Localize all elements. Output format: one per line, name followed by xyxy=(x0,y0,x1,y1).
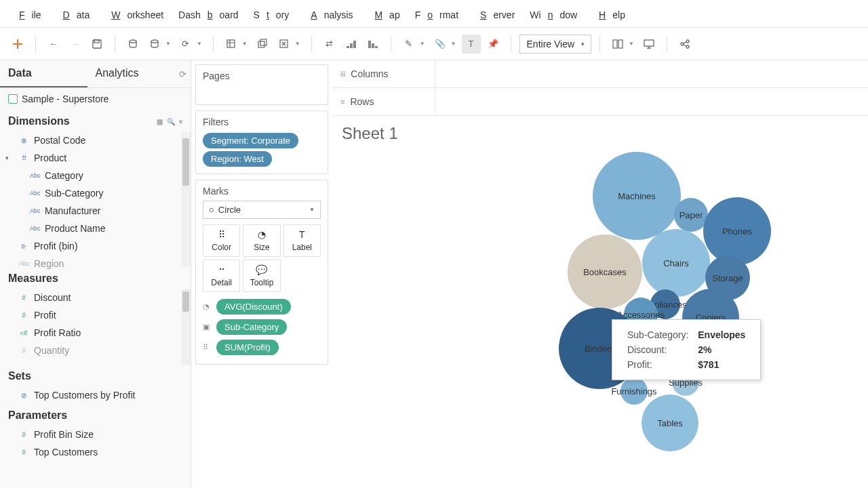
dim-product-name[interactable]: AbcProduct Name xyxy=(0,220,191,237)
label-shelf-icon: ▣ xyxy=(203,323,212,331)
mark-tooltip-button[interactable]: 💬Tooltip xyxy=(243,260,280,292)
shelf-pill-avg-discount[interactable]: AVG(Discount) xyxy=(216,299,291,314)
bubble-bookcases[interactable]: Bookcases xyxy=(568,235,642,309)
filters-card[interactable]: Filters Segment: Corporate Region: West xyxy=(195,110,328,174)
measure-quantity[interactable]: #Quantity xyxy=(0,342,191,359)
tab-analytics[interactable]: Analytics xyxy=(87,60,175,87)
refresh-icon[interactable]: ⟳ xyxy=(176,35,195,54)
forward-icon[interactable]: → xyxy=(66,35,85,54)
menu-story[interactable]: Story xyxy=(247,7,296,23)
svg-point-2 xyxy=(130,40,136,43)
svg-point-3 xyxy=(151,40,158,43)
pause-data-icon[interactable] xyxy=(145,35,164,54)
param-top-customers[interactable]: #Top Customers xyxy=(0,443,191,461)
menu-analysis[interactable]: Analysis xyxy=(297,7,359,23)
show-cards-icon[interactable] xyxy=(608,35,627,54)
menu-bar: File Data Worksheet Dashboard Story Anal… xyxy=(0,3,868,28)
data-panel: Data Analytics ⟳ Sample - Superstore Dim… xyxy=(0,60,191,487)
new-worksheet-icon[interactable] xyxy=(222,35,241,54)
dim-manufacturer[interactable]: AbcManufacturer xyxy=(0,202,191,220)
datasource-icon xyxy=(8,94,18,104)
svg-rect-15 xyxy=(618,40,623,48)
mark-detail-button[interactable]: ⠒Detail xyxy=(203,260,240,292)
presentation-icon[interactable] xyxy=(639,35,658,54)
svg-rect-14 xyxy=(613,40,617,48)
mark-color-button[interactable]: ⠿Color xyxy=(203,224,240,257)
svg-rect-12 xyxy=(372,43,374,48)
bubble-machines[interactable]: Machines xyxy=(593,152,681,240)
menu-help[interactable]: Help xyxy=(585,7,632,23)
menu-worksheet[interactable]: Worksheet xyxy=(98,7,170,23)
svg-rect-8 xyxy=(347,46,349,48)
dim-region[interactable]: AbcRegion xyxy=(0,255,191,272)
measure-profit-ratio[interactable]: ≈#Profit Ratio xyxy=(0,324,191,342)
shelf-pill-sum-profit[interactable]: SUM(Profit) xyxy=(216,340,279,355)
view-grid-icon[interactable]: ▦ xyxy=(157,118,163,125)
columns-shelf[interactable] xyxy=(435,60,868,87)
fit-select[interactable]: Entire View xyxy=(519,35,592,54)
datasource-item[interactable]: Sample - Superstore xyxy=(0,88,191,110)
measures-scrollbar[interactable] xyxy=(181,289,191,365)
mark-size-button[interactable]: ◔Size xyxy=(243,224,280,257)
clear-icon[interactable] xyxy=(275,35,294,54)
measure-profit[interactable]: #Profit xyxy=(0,306,191,324)
bubble-tables[interactable]: Tables xyxy=(642,394,698,451)
menu-file[interactable]: File xyxy=(5,7,48,23)
sort-asc-icon[interactable] xyxy=(342,35,361,54)
bubble-furnishings[interactable]: Furnishings xyxy=(620,378,648,405)
dim-product[interactable]: ▾⠿Product xyxy=(0,149,191,167)
set-top-customers[interactable]: ⊘Top Customers by Profit xyxy=(0,386,191,404)
param-profit-bin-size[interactable]: #Profit Bin Size xyxy=(0,426,191,443)
back-icon[interactable]: ← xyxy=(44,35,63,54)
menu-map[interactable]: Map xyxy=(361,7,406,23)
menu-data[interactable]: Data xyxy=(50,7,97,23)
duplicate-icon[interactable] xyxy=(253,35,272,54)
share-icon[interactable] xyxy=(675,35,694,54)
filter-pill-region[interactable]: Region: West xyxy=(203,151,272,167)
menu-window[interactable]: Window xyxy=(523,7,584,23)
pages-card[interactable]: Pages xyxy=(195,64,328,105)
bubble-chart[interactable]: MachinesPaperPhonesBookcasesChairsStorag… xyxy=(430,148,810,447)
dim-sub-category[interactable]: AbcSub-Category xyxy=(0,184,191,202)
group-icon[interactable]: 📎 xyxy=(431,35,450,54)
mark-label-button[interactable]: TLabel xyxy=(283,224,321,257)
pin-icon[interactable]: 📌 xyxy=(484,35,502,54)
search-icon[interactable]: 🔍 xyxy=(167,118,175,125)
menu-server[interactable]: Server xyxy=(467,7,521,23)
sheet-title[interactable]: Sheet 1 xyxy=(342,124,859,143)
new-datasource-icon[interactable] xyxy=(123,35,142,54)
dim-profit-bin[interactable]: ⊪Profit (bin) xyxy=(0,237,191,255)
dim-category[interactable]: AbcCategory xyxy=(0,167,191,184)
svg-rect-4 xyxy=(227,40,235,47)
menu-dashboard[interactable]: Dashboard xyxy=(172,7,245,23)
tableau-logo-icon[interactable] xyxy=(8,35,27,54)
rows-shelf-label: ≡Rows xyxy=(332,88,435,115)
swap-icon[interactable]: ⇄ xyxy=(320,35,339,54)
show-labels-icon[interactable]: T xyxy=(462,35,481,54)
svg-rect-16 xyxy=(644,40,654,46)
measure-discount[interactable]: #Discount xyxy=(0,289,191,306)
panel-refresh-icon[interactable]: ⟳ xyxy=(174,60,191,87)
marks-card: Marks ○Circle ⠿Color ◔Size TLabel ⠒Detai… xyxy=(195,180,328,365)
sort-desc-icon[interactable] xyxy=(363,35,382,54)
tab-data[interactable]: Data xyxy=(0,60,87,87)
svg-point-19 xyxy=(686,45,689,48)
shelf-pill-sub-category[interactable]: Sub-Category xyxy=(216,319,287,335)
rows-shelf[interactable] xyxy=(435,88,868,115)
bubble-chairs[interactable]: Chairs xyxy=(642,229,710,297)
dimensions-scrollbar[interactable] xyxy=(181,131,191,267)
mark-type-select[interactable]: ○Circle xyxy=(203,201,321,219)
svg-rect-10 xyxy=(353,41,356,48)
svg-rect-6 xyxy=(260,39,267,45)
filter-pill-segment[interactable]: Segment: Corporate xyxy=(203,133,298,148)
parameters-header: Parameters xyxy=(0,404,191,426)
highlight-icon[interactable]: ✎ xyxy=(399,35,418,54)
dimensions-header: Dimensions ▦🔍▾ xyxy=(0,110,191,131)
bubble-phones[interactable]: Phones xyxy=(703,197,771,265)
color-shelf-icon: ⠿ xyxy=(203,343,212,352)
svg-rect-1 xyxy=(94,40,99,43)
canvas-area: iiiColumns ≡Rows Sheet 1 MachinesPaperPh… xyxy=(332,60,868,487)
menu-format[interactable]: Format xyxy=(408,7,465,23)
dim-postal-code[interactable]: ⊕Postal Code xyxy=(0,131,191,149)
save-icon[interactable] xyxy=(87,35,106,54)
